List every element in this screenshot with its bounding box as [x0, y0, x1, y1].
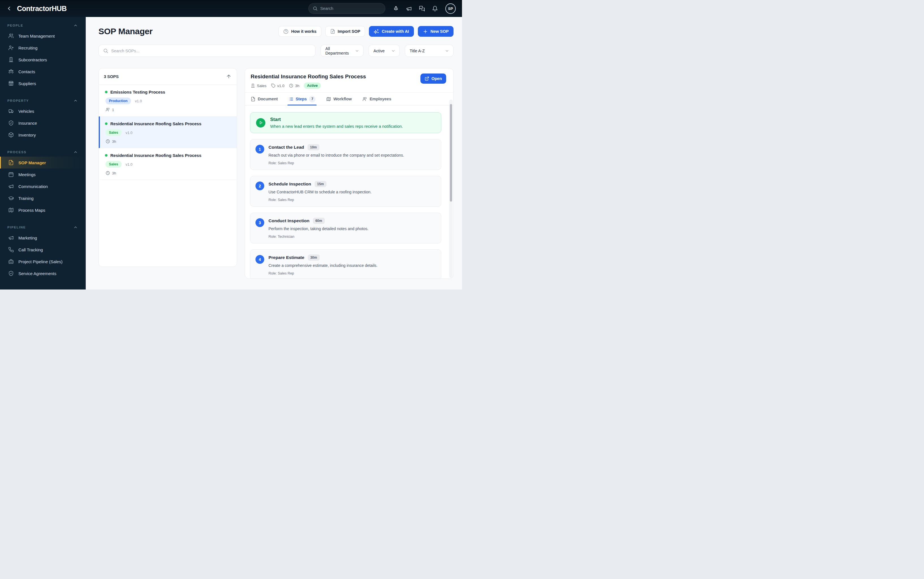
document-icon: [251, 96, 256, 101]
content-area: 3 SOPS Emissions Testing Process Product…: [98, 68, 454, 279]
button-label: Create with AI: [382, 29, 409, 34]
sidebar-section-header-pipeline[interactable]: PIPELINE: [0, 223, 86, 232]
sidebar-item-contacts[interactable]: Contacts: [0, 65, 86, 77]
sop-list-item[interactable]: Emissions Testing Process Production v1.…: [99, 85, 237, 116]
sidebar-item-project-pipeline[interactable]: Project Pipeline (Sales): [0, 255, 86, 267]
step-number: 1: [256, 145, 264, 154]
sidebar-item-call-tracking[interactable]: Call Tracking: [0, 244, 86, 255]
sort-filter[interactable]: Title A-Z: [405, 45, 454, 57]
notifications-button[interactable]: [432, 5, 438, 11]
sidebar-item-sop-manager[interactable]: SOP Manager: [0, 157, 86, 168]
duration-label: 3h: [112, 139, 116, 144]
assignee-count: 1: [112, 108, 114, 112]
sidebar-item-insurance[interactable]: Insurance: [0, 117, 86, 129]
tab-workflow[interactable]: Workflow: [326, 93, 352, 105]
detail-scrollbar-thumb[interactable]: [450, 104, 452, 201]
sidebar-section-header-process[interactable]: PROCESS: [0, 147, 86, 157]
global-search[interactable]: [308, 3, 385, 14]
chevron-down-icon: [445, 49, 449, 53]
steps-count-badge: 7: [309, 96, 315, 102]
button-label: Open: [431, 76, 442, 81]
sidebar-item-label: Recruiting: [18, 46, 38, 50]
sidebar-item-communication[interactable]: Communication: [0, 180, 86, 192]
page-header: SOP Manager How it works Import SOP Crea…: [98, 26, 454, 37]
step-card: 4 Prepare Estimate 30m Create a comprehe…: [250, 249, 441, 278]
step-role: Role: Sales Rep: [269, 161, 404, 165]
sidebar-item-label: Contacts: [18, 69, 35, 74]
sop-list-item-selected[interactable]: Residential Insurance Roofing Sales Proc…: [99, 116, 237, 148]
create-with-ai-button[interactable]: Create with AI: [369, 26, 414, 37]
sop-item-title: Emissions Testing Process: [110, 90, 165, 95]
sidebar-item-label: Project Pipeline (Sales): [18, 259, 62, 264]
messages-button[interactable]: [419, 5, 425, 11]
graduation-cap-icon: [8, 195, 14, 201]
sidebar-item-training[interactable]: Training: [0, 192, 86, 204]
sop-list-item[interactable]: Residential Insurance Roofing Sales Proc…: [99, 148, 237, 180]
department-filter[interactable]: All Departments: [321, 45, 364, 57]
section-label: PROPERTY: [7, 99, 29, 102]
detail-duration: 3h: [295, 84, 299, 88]
sidebar-item-process-maps[interactable]: Process Maps: [0, 204, 86, 216]
announcements-button[interactable]: [406, 5, 412, 11]
global-search-input[interactable]: [320, 6, 381, 11]
sidebar-item-inventory[interactable]: Inventory: [0, 129, 86, 141]
detail-scrollbar-track[interactable]: [449, 100, 453, 278]
step-role: Role: Sales Rep: [269, 272, 377, 275]
sidebar-item-recruiting[interactable]: Recruiting: [0, 42, 86, 54]
department-badge: Sales: [105, 129, 122, 136]
sidebar-item-vehicles[interactable]: Vehicles: [0, 105, 86, 117]
start-title: Start: [270, 117, 403, 122]
map-icon: [326, 96, 331, 101]
sparkles-icon: [374, 29, 379, 34]
back-button[interactable]: [5, 5, 13, 12]
step-description: Use ContractorHUB CRM to schedule a roof…: [269, 190, 372, 194]
phone-icon: [8, 247, 14, 252]
chat-bubbles-icon: [419, 6, 425, 11]
app-window: ContractorHUB SP PEOPLE: [0, 0, 462, 290]
sidebar-section-property: PROPERTY Vehicles Insurance Inventory: [0, 96, 86, 141]
import-sop-button[interactable]: Import SOP: [325, 26, 365, 37]
duration-label: 3h: [112, 171, 116, 175]
app-logo: ContractorHUB: [17, 5, 67, 13]
sidebar-section-header-people[interactable]: PEOPLE: [0, 21, 86, 30]
sidebar-item-label: Service Agreements: [18, 271, 56, 276]
tab-steps[interactable]: Steps 7: [288, 93, 316, 105]
sidebar-item-meetings[interactable]: Meetings: [0, 168, 86, 180]
shield-check-icon: [8, 120, 14, 126]
sidebar-item-label: Meetings: [18, 172, 36, 177]
sidebar-section-pipeline: PIPELINE Marketing Call Tracking Project…: [0, 223, 86, 279]
sidebar-item-team-management[interactable]: Team Management: [0, 30, 86, 42]
open-sop-button[interactable]: Open: [420, 74, 446, 84]
sop-search-input[interactable]: [111, 49, 311, 53]
step-duration-badge: 15m: [315, 181, 326, 187]
sidebar-item-label: Insurance: [18, 121, 37, 126]
sort-filter-value: Title A-Z: [410, 49, 425, 53]
start-card: Start When a new lead enters the system …: [250, 112, 441, 133]
sop-search[interactable]: [98, 45, 315, 57]
detail-version: v1.0: [277, 84, 285, 88]
status-dot-icon: [105, 154, 108, 157]
sidebar-item-suppliers[interactable]: Suppliers: [0, 77, 86, 89]
play-icon: [256, 118, 265, 128]
sort-ascending-icon[interactable]: [226, 74, 232, 79]
new-sop-button[interactable]: New SOP: [418, 26, 454, 37]
sidebar-section-header-property[interactable]: PROPERTY: [0, 96, 86, 105]
sidebar-item-label: Communication: [18, 184, 48, 189]
sidebar-item-service-agreements[interactable]: Service Agreements: [0, 267, 86, 279]
chevron-left-icon: [6, 5, 12, 11]
bug-report-button[interactable]: [393, 5, 399, 11]
sop-item-title: Residential Insurance Roofing Sales Proc…: [110, 153, 202, 158]
step-duration-badge: 60m: [313, 218, 325, 224]
clock-icon: [105, 139, 110, 144]
sop-detail-panel: Residential Insurance Roofing Sales Proc…: [245, 68, 454, 279]
user-avatar[interactable]: SP: [445, 3, 456, 14]
sidebar-item-label: Call Tracking: [18, 247, 43, 252]
sidebar-item-subcontractors[interactable]: Subcontractors: [0, 54, 86, 65]
how-it-works-button[interactable]: How it works: [279, 26, 321, 37]
filter-bar: All Departments Active Title A-Z: [98, 45, 454, 57]
megaphone-icon: [406, 6, 412, 11]
tab-document[interactable]: Document: [251, 93, 278, 105]
tab-employees[interactable]: Employees: [362, 93, 391, 105]
sidebar-item-marketing[interactable]: Marketing: [0, 232, 86, 244]
status-filter[interactable]: Active: [369, 45, 400, 57]
